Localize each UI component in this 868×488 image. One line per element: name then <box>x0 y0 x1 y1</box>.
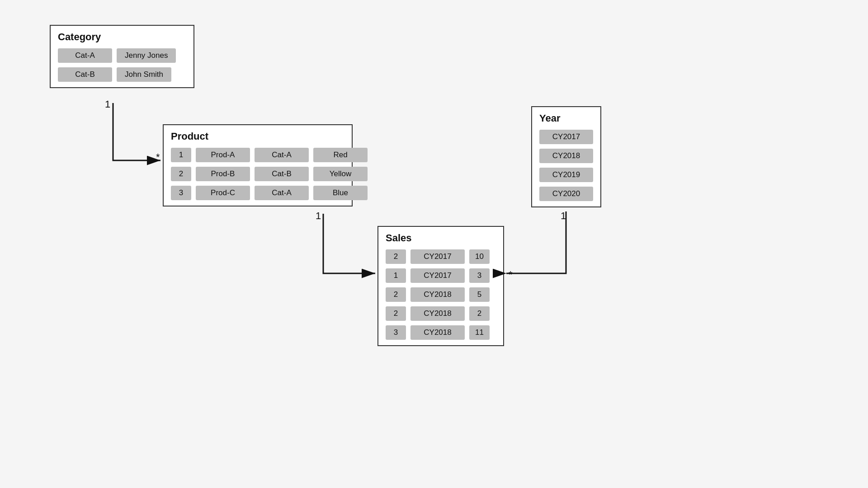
cell-s5-id: 3 <box>386 325 406 340</box>
cell-s1-id: 2 <box>386 249 406 264</box>
cell-s3-id: 2 <box>386 287 406 302</box>
cell-s2-id: 1 <box>386 268 406 283</box>
table-row: 2 Prod-B Cat-B Yellow <box>171 167 344 181</box>
cell-cy2019: CY2019 <box>539 168 593 182</box>
cell-jenny-jones: Jenny Jones <box>117 48 176 63</box>
category-rows: Cat-A Jenny Jones Cat-B John Smith <box>58 48 186 82</box>
cell-prod-c: Prod-C <box>196 186 250 200</box>
cell-red: Red <box>313 148 368 162</box>
cell-s1-year: CY2017 <box>410 249 465 264</box>
cell-s5-year: CY2018 <box>410 325 465 340</box>
table-row: 1 Prod-A Cat-A Red <box>171 148 344 162</box>
cell-id-2: 2 <box>171 167 191 181</box>
arrow-label-star-prod-sales: * <box>362 269 366 281</box>
arrow-label-star-year-sales: * <box>509 269 513 281</box>
table-row: 2 CY2018 5 <box>386 287 496 302</box>
product-title: Product <box>171 131 344 142</box>
table-row: Cat-B John Smith <box>58 67 186 82</box>
cell-cat-a-3: Cat-A <box>255 186 309 200</box>
cell-s5-val: 11 <box>469 325 490 340</box>
table-row: Cat-A Jenny Jones <box>58 48 186 63</box>
table-row: CY2018 <box>539 149 593 163</box>
cell-cy2018: CY2018 <box>539 149 593 163</box>
year-rows: CY2017 CY2018 CY2019 CY2020 <box>539 130 593 201</box>
arrow-label-1-prod-sales: 1 <box>316 210 321 222</box>
arrow-product-sales <box>323 214 375 273</box>
cell-s2-val: 3 <box>469 268 490 283</box>
cell-john-smith: John Smith <box>117 67 171 82</box>
table-row: 2 CY2018 2 <box>386 306 496 321</box>
cell-id-3: 3 <box>171 186 191 200</box>
cell-id-1: 1 <box>171 148 191 162</box>
product-entity: Product 1 Prod-A Cat-A Red 2 Prod-B Cat-… <box>163 124 353 206</box>
arrow-category-product <box>113 103 160 160</box>
cell-prod-a: Prod-A <box>196 148 250 162</box>
arrow-label-1-cat-prod: 1 <box>105 99 110 110</box>
arrow-year-sales <box>506 211 566 273</box>
cell-s4-val: 2 <box>469 306 490 321</box>
product-rows: 1 Prod-A Cat-A Red 2 Prod-B Cat-B Yellow… <box>171 148 344 200</box>
cell-cy2020: CY2020 <box>539 187 593 201</box>
cell-cat-a-2: Cat-A <box>255 148 309 162</box>
year-title: Year <box>539 113 593 124</box>
cell-cat-b: Cat-B <box>58 67 112 82</box>
cell-blue: Blue <box>313 186 368 200</box>
cell-s1-val: 10 <box>469 249 490 264</box>
cell-cat-a: Cat-A <box>58 48 112 63</box>
cell-cat-b-2: Cat-B <box>255 167 309 181</box>
cell-s4-id: 2 <box>386 306 406 321</box>
category-entity: Category Cat-A Jenny Jones Cat-B John Sm… <box>50 25 194 88</box>
table-row: CY2019 <box>539 168 593 182</box>
sales-rows: 2 CY2017 10 1 CY2017 3 2 CY2018 5 2 CY20… <box>386 249 496 340</box>
arrow-label-star-cat-prod: * <box>156 151 160 163</box>
cell-cy2017: CY2017 <box>539 130 593 144</box>
cell-yellow: Yellow <box>313 167 368 181</box>
table-row: 3 CY2018 11 <box>386 325 496 340</box>
sales-title: Sales <box>386 232 496 244</box>
cell-s3-year: CY2018 <box>410 287 465 302</box>
cell-s4-year: CY2018 <box>410 306 465 321</box>
arrow-label-1-year-sales: 1 <box>561 210 566 222</box>
cell-s2-year: CY2017 <box>410 268 465 283</box>
year-entity: Year CY2017 CY2018 CY2019 CY2020 <box>531 106 601 207</box>
table-row: CY2020 <box>539 187 593 201</box>
cell-prod-b: Prod-B <box>196 167 250 181</box>
table-row: CY2017 <box>539 130 593 144</box>
table-row: 3 Prod-C Cat-A Blue <box>171 186 344 200</box>
table-row: 2 CY2017 10 <box>386 249 496 264</box>
sales-entity: Sales 2 CY2017 10 1 CY2017 3 2 CY2018 5 … <box>377 226 504 346</box>
table-row: 1 CY2017 3 <box>386 268 496 283</box>
category-title: Category <box>58 31 186 43</box>
cell-s3-val: 5 <box>469 287 490 302</box>
